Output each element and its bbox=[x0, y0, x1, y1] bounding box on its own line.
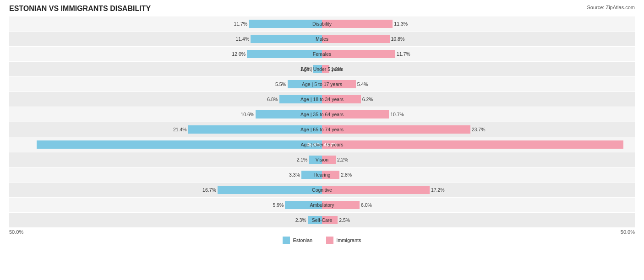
left-value: 3.3% bbox=[289, 172, 300, 178]
left-value: 2.3% bbox=[295, 217, 306, 223]
bar-row: 45.6%48.2%Age | Over 75 years bbox=[9, 137, 635, 152]
bar-row: 10.6%10.7%Age | 35 to 64 years bbox=[9, 107, 635, 122]
bar-row: 6.8%6.2%Age | 18 to 34 years bbox=[9, 92, 635, 107]
right-value: 5.4% bbox=[357, 81, 368, 87]
right-value: 48.2% bbox=[324, 142, 338, 147]
chart-container: ESTONIAN VS IMMIGRANTS DISABILITY Source… bbox=[0, 0, 644, 280]
left-value: 16.7% bbox=[202, 187, 216, 193]
left-value: 11.7% bbox=[234, 21, 247, 27]
left-value: 2.1% bbox=[296, 157, 307, 162]
bar-row: 3.3%2.8%Hearing bbox=[9, 167, 635, 182]
right-value: 2.2% bbox=[337, 157, 348, 162]
left-value: 5.9% bbox=[273, 202, 284, 208]
estonian-swatch bbox=[283, 237, 290, 244]
source-text: Source: ZipAtlas.com bbox=[587, 5, 635, 10]
left-value: 11.4% bbox=[236, 36, 250, 42]
bar-row: 1.5%1.2%Age | Under 5 years bbox=[9, 62, 635, 76]
axis-row: 50.0% 50.0% bbox=[9, 229, 635, 235]
left-value: 21.4% bbox=[173, 127, 187, 132]
right-value: 2.8% bbox=[341, 172, 352, 178]
right-value: 6.0% bbox=[361, 202, 372, 208]
bar-row: 16.7%17.2%Cognitive bbox=[9, 183, 635, 197]
immigrants-label: Immigrants bbox=[336, 237, 361, 243]
bar-row: 21.4%23.7%Age | 65 to 74 years bbox=[9, 122, 635, 137]
bar-row: 5.9%6.0%Ambulatory bbox=[9, 198, 635, 212]
left-value: 45.6% bbox=[306, 142, 320, 147]
left-value: 5.5% bbox=[275, 81, 286, 87]
bar-row: 11.7%11.3%Disability bbox=[9, 16, 635, 31]
bar-row: 2.3%2.5%Self-Care bbox=[9, 213, 635, 227]
legend: Estonian Immigrants bbox=[9, 237, 635, 244]
bar-row: 5.5%5.4%Age | 5 to 17 years bbox=[9, 77, 635, 92]
right-value: 17.2% bbox=[431, 187, 445, 193]
bar-row: 12.0%11.7%Females bbox=[9, 47, 635, 61]
right-value: 11.7% bbox=[397, 51, 410, 57]
title-row: ESTONIAN VS IMMIGRANTS DISABILITY Source… bbox=[9, 5, 635, 13]
estonian-label: Estonian bbox=[293, 237, 312, 243]
axis-left: 50.0% bbox=[9, 229, 322, 235]
right-value: 1.2% bbox=[331, 66, 342, 72]
bar-row: 11.4%10.8%Males bbox=[9, 32, 635, 46]
immigrants-swatch bbox=[326, 237, 333, 244]
left-value: 12.0% bbox=[232, 51, 246, 57]
left-value: 10.6% bbox=[240, 112, 254, 117]
right-value: 6.2% bbox=[362, 97, 373, 102]
legend-item-immigrants: Immigrants bbox=[326, 237, 361, 244]
legend-item-estonian: Estonian bbox=[283, 237, 312, 244]
chart-title: ESTONIAN VS IMMIGRANTS DISABILITY bbox=[9, 5, 151, 13]
right-value: 11.3% bbox=[394, 21, 408, 27]
right-value: 10.7% bbox=[390, 112, 404, 117]
chart-area: 11.7%11.3%Disability11.4%10.8%Males12.0%… bbox=[9, 16, 635, 227]
left-value: 1.5% bbox=[300, 66, 311, 72]
right-value: 2.5% bbox=[339, 217, 350, 223]
right-value: 23.7% bbox=[472, 127, 486, 132]
axis-right: 50.0% bbox=[322, 229, 635, 235]
left-value: 6.8% bbox=[267, 97, 278, 102]
right-value: 10.8% bbox=[391, 36, 405, 42]
bar-row: 2.1%2.2%Vision bbox=[9, 152, 635, 167]
